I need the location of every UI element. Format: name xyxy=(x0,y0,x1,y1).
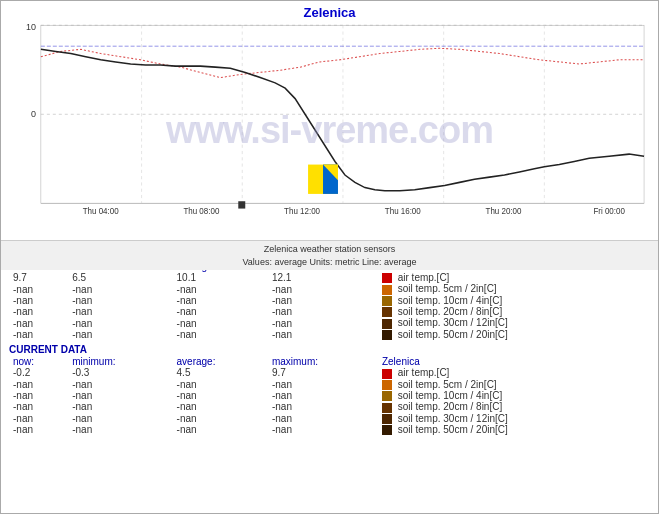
table-row: -nan -nan -nan -nan soil temp. 50cm / 20… xyxy=(9,329,650,340)
cell-param: soil temp. 20cm / 8in[C] xyxy=(378,401,650,412)
table-row: -nan -nan -nan -nan soil temp. 20cm / 8i… xyxy=(9,306,650,317)
color-indicator xyxy=(382,307,392,317)
cell-param: air temp.[C] xyxy=(378,367,650,378)
cell-param: soil temp. 50cm / 20in[C] xyxy=(378,329,650,340)
cell-max: -nan xyxy=(268,424,378,435)
cell-max: -nan xyxy=(268,401,378,412)
cell-param: soil temp. 10cm / 4in[C] xyxy=(378,390,650,401)
cell-param: soil temp. 30cm / 12in[C] xyxy=(378,413,650,424)
chart-legend: Zelenica weather station sensors Values:… xyxy=(1,240,658,270)
cell-min: -nan xyxy=(68,390,172,401)
cell-now: -nan xyxy=(9,317,68,328)
cell-now: -nan xyxy=(9,306,68,317)
color-indicator xyxy=(382,425,392,435)
legend-line-2: Values: average Units: metric Line: aver… xyxy=(5,256,654,269)
svg-text:Thu 04:00: Thu 04:00 xyxy=(83,207,119,216)
cell-avg: -nan xyxy=(173,413,268,424)
param-label: soil temp. 5cm / 2in[C] xyxy=(398,283,497,294)
svg-text:Thu 20:00: Thu 20:00 xyxy=(486,207,522,216)
cell-min: -nan xyxy=(68,413,172,424)
cur-col-station: Zelenica xyxy=(378,356,650,367)
cell-now: -nan xyxy=(9,424,68,435)
cell-avg: -nan xyxy=(173,424,268,435)
cell-min: -nan xyxy=(68,295,172,306)
table-row: -nan -nan -nan -nan soil temp. 5cm / 2in… xyxy=(9,283,650,294)
table-row: -nan -nan -nan -nan soil temp. 50cm / 20… xyxy=(9,424,650,435)
cell-now: -nan xyxy=(9,379,68,390)
cell-min: -nan xyxy=(68,283,172,294)
cell-max: -nan xyxy=(268,283,378,294)
table-row: -nan -nan -nan -nan soil temp. 30cm / 12… xyxy=(9,317,650,328)
cell-min: -nan xyxy=(68,401,172,412)
param-label: soil temp. 30cm / 12in[C] xyxy=(398,317,508,328)
table-row: -0.2 -0.3 4.5 9.7 air temp.[C] xyxy=(9,367,650,378)
color-indicator xyxy=(382,369,392,379)
param-label: soil temp. 10cm / 4in[C] xyxy=(398,295,502,306)
cur-col-min: minimum: xyxy=(68,356,172,367)
svg-text:Thu 12:00: Thu 12:00 xyxy=(284,207,320,216)
cell-param: soil temp. 50cm / 20in[C] xyxy=(378,424,650,435)
table-row: -nan -nan -nan -nan soil temp. 5cm / 2in… xyxy=(9,379,650,390)
current-header-row: now: minimum: average: maximum: Zelenica xyxy=(9,356,650,367)
cell-max: -nan xyxy=(268,306,378,317)
data-section: HISTORICAL DATA now: minimum: average: m… xyxy=(1,241,658,513)
cell-avg: -nan xyxy=(173,379,268,390)
cur-col-avg: average: xyxy=(173,356,268,367)
table-row: 9.7 6.5 10.1 12.1 air temp.[C] xyxy=(9,272,650,283)
color-indicator xyxy=(382,414,392,424)
cell-max: 9.7 xyxy=(268,367,378,378)
svg-text:0: 0 xyxy=(31,109,36,119)
historical-table: now: minimum: average: maximum: Zelenica… xyxy=(9,261,650,340)
table-row: -nan -nan -nan -nan soil temp. 10cm / 4i… xyxy=(9,295,650,306)
table-row: -nan -nan -nan -nan soil temp. 20cm / 8i… xyxy=(9,401,650,412)
chart-area: Zelenica 0 10 xyxy=(1,1,658,241)
cell-min: -0.3 xyxy=(68,367,172,378)
cell-min: -nan xyxy=(68,317,172,328)
cell-now: -nan xyxy=(9,390,68,401)
table-row: -nan -nan -nan -nan soil temp. 10cm / 4i… xyxy=(9,390,650,401)
cell-avg: 4.5 xyxy=(173,367,268,378)
param-label: soil temp. 20cm / 8in[C] xyxy=(398,306,502,317)
cell-avg: -nan xyxy=(173,401,268,412)
cell-now: -nan xyxy=(9,401,68,412)
cell-max: 12.1 xyxy=(268,272,378,283)
color-indicator xyxy=(382,285,392,295)
cell-min: -nan xyxy=(68,424,172,435)
cell-now: -nan xyxy=(9,329,68,340)
param-label: air temp.[C] xyxy=(398,272,450,283)
param-label: soil temp. 30cm / 12in[C] xyxy=(398,413,508,424)
cell-min: -nan xyxy=(68,329,172,340)
svg-text:Thu 16:00: Thu 16:00 xyxy=(385,207,421,216)
param-label: soil temp. 10cm / 4in[C] xyxy=(398,390,502,401)
cell-max: -nan xyxy=(268,390,378,401)
cell-now: 9.7 xyxy=(9,272,68,283)
color-indicator xyxy=(382,296,392,306)
svg-text:10: 10 xyxy=(26,22,36,32)
cell-param: soil temp. 30cm / 12in[C] xyxy=(378,317,650,328)
param-label: soil temp. 50cm / 20in[C] xyxy=(398,424,508,435)
cell-avg: -nan xyxy=(173,283,268,294)
param-label: air temp.[C] xyxy=(398,367,450,378)
cell-avg: -nan xyxy=(173,317,268,328)
cur-col-now: now: xyxy=(9,356,68,367)
cell-now: -nan xyxy=(9,283,68,294)
cell-max: -nan xyxy=(268,295,378,306)
svg-rect-21 xyxy=(238,201,245,208)
cur-col-max: maximum: xyxy=(268,356,378,367)
color-indicator xyxy=(382,319,392,329)
cell-min: 6.5 xyxy=(68,272,172,283)
main-container: Zelenica 0 10 xyxy=(0,0,659,514)
color-indicator xyxy=(382,391,392,401)
color-indicator xyxy=(382,330,392,340)
color-indicator xyxy=(382,380,392,390)
chart-svg: 0 10 Thu 04:00 Thu 08:00 Thu 12:00 Thu 1… xyxy=(1,20,658,240)
param-label: soil temp. 50cm / 20in[C] xyxy=(398,329,508,340)
param-label: soil temp. 5cm / 2in[C] xyxy=(398,379,497,390)
cell-param: soil temp. 5cm / 2in[C] xyxy=(378,283,650,294)
cell-max: -nan xyxy=(268,379,378,390)
cell-min: -nan xyxy=(68,379,172,390)
cell-max: -nan xyxy=(268,329,378,340)
cell-param: soil temp. 20cm / 8in[C] xyxy=(378,306,650,317)
cell-min: -nan xyxy=(68,306,172,317)
color-indicator xyxy=(382,273,392,283)
